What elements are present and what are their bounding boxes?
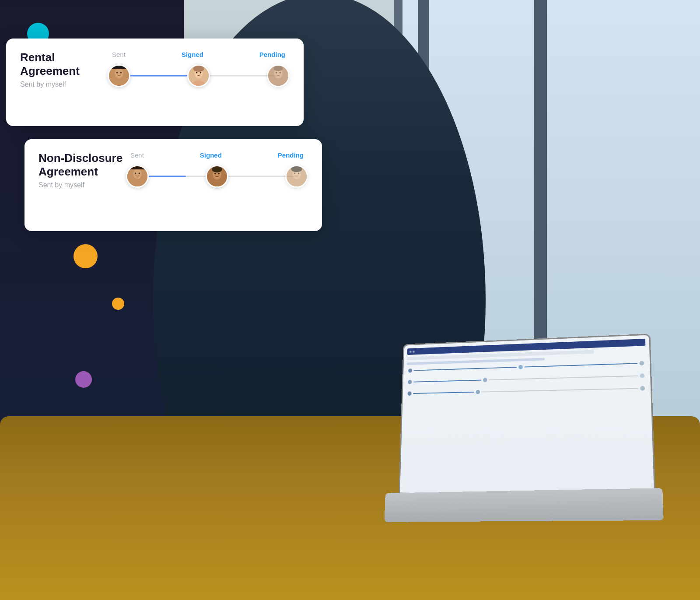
svg-rect-23 bbox=[127, 166, 147, 169]
svg-point-1 bbox=[115, 68, 123, 78]
circle-yellow-small-decoration bbox=[112, 298, 124, 310]
svg-point-27 bbox=[214, 173, 216, 175]
status-signed-label-2: Signed bbox=[200, 151, 222, 159]
status-sent-label-2: Sent bbox=[130, 151, 144, 159]
svg-point-3 bbox=[116, 72, 118, 74]
signer-5-avatar bbox=[206, 165, 228, 188]
card-sent-by: Sent by myself bbox=[20, 81, 108, 88]
card-progress-2: Sent Signed Pending bbox=[126, 151, 308, 189]
circle-purple-decoration bbox=[75, 371, 92, 388]
status-sent-label: Sent bbox=[112, 51, 126, 58]
status-labels: Sent Signed Pending bbox=[108, 51, 290, 58]
svg-point-33 bbox=[294, 172, 296, 174]
svg-point-34 bbox=[298, 172, 300, 174]
signer-2-avatar bbox=[187, 64, 210, 87]
laptop bbox=[376, 337, 674, 521]
svg-point-17 bbox=[273, 66, 283, 71]
track-avatars-2 bbox=[126, 165, 308, 188]
svg-point-4 bbox=[120, 72, 122, 74]
nda-card: Non-Disclosure Agreement Sent by myself … bbox=[24, 139, 322, 231]
face-1 bbox=[109, 66, 129, 86]
progress-track bbox=[108, 63, 290, 89]
card-body: Rental Agreement Sent by myself Sent Sig… bbox=[20, 51, 290, 96]
svg-point-15 bbox=[276, 72, 277, 74]
rental-agreement-card: Rental Agreement Sent by myself Sent Sig… bbox=[6, 39, 304, 126]
face-2 bbox=[189, 66, 209, 86]
card-title-2: Non-Disclosure Agreement bbox=[38, 151, 126, 179]
card-body-2: Non-Disclosure Agreement Sent by myself … bbox=[38, 151, 308, 197]
svg-point-19 bbox=[133, 169, 141, 179]
svg-rect-5 bbox=[109, 66, 129, 69]
card-info-2: Non-Disclosure Agreement Sent by myself bbox=[38, 151, 126, 197]
svg-point-10 bbox=[200, 72, 202, 74]
card-progress: Sent Signed Pending bbox=[108, 51, 290, 89]
face-3 bbox=[268, 66, 288, 86]
signer-6-avatar bbox=[285, 165, 308, 188]
progress-track-2 bbox=[126, 163, 308, 189]
status-pending-label: Pending bbox=[259, 51, 285, 58]
svg-point-11 bbox=[193, 66, 204, 72]
face-5 bbox=[207, 166, 227, 186]
signer-1-avatar bbox=[108, 64, 130, 87]
face-6 bbox=[287, 166, 307, 186]
status-labels-2: Sent Signed Pending bbox=[126, 151, 308, 159]
svg-point-28 bbox=[218, 173, 220, 175]
status-signed-label: Signed bbox=[182, 51, 203, 58]
svg-point-29 bbox=[212, 166, 222, 172]
signer-3-avatar bbox=[267, 64, 290, 87]
track-avatars bbox=[108, 64, 290, 87]
circle-yellow-large-decoration bbox=[74, 244, 98, 268]
face-4 bbox=[127, 166, 147, 186]
card-title: Rental Agreement bbox=[20, 51, 108, 78]
card-sent-by-2: Sent by myself bbox=[38, 181, 126, 189]
signer-4-avatar bbox=[126, 165, 149, 188]
svg-point-16 bbox=[280, 72, 281, 74]
svg-point-22 bbox=[139, 172, 140, 174]
svg-point-9 bbox=[196, 72, 198, 74]
card-info: Rental Agreement Sent by myself bbox=[20, 51, 108, 96]
laptop-screen bbox=[399, 333, 655, 499]
svg-point-21 bbox=[135, 172, 136, 174]
status-pending-label-2: Pending bbox=[278, 151, 304, 159]
